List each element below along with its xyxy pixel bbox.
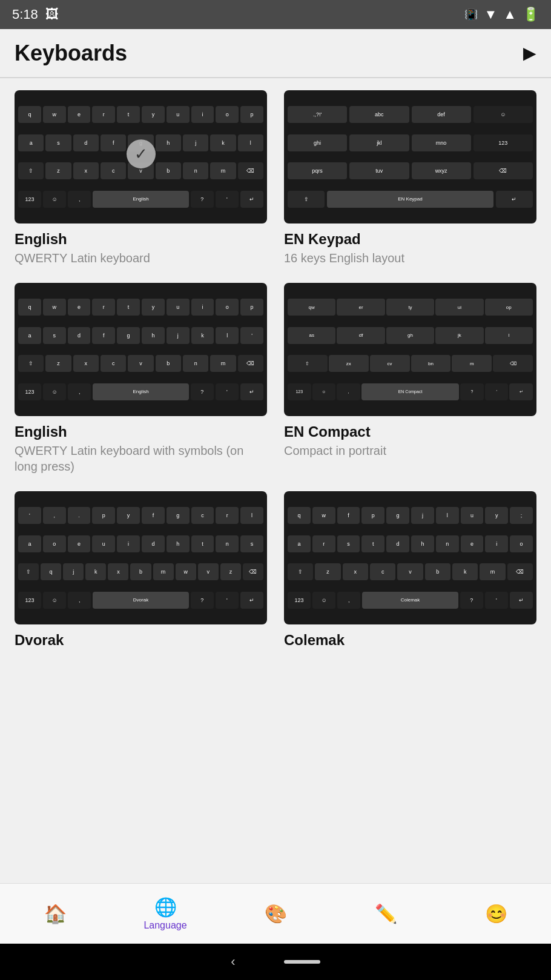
- keypad-ghi: ghi: [288, 134, 347, 151]
- keypad-def: def: [412, 106, 471, 123]
- keyboard-preview-english-symbols[interactable]: q w e r t y u i o p a s d f g h: [15, 283, 267, 416]
- key-p: p: [240, 106, 263, 123]
- keyboard-preview-dvorak[interactable]: ' , . p y f g c r l a o e u i d: [15, 491, 267, 624]
- key-h: h: [156, 134, 181, 151]
- key-f: f: [101, 134, 126, 151]
- page-title: Keyboards: [15, 41, 127, 66]
- keypad-space: EN Keypad: [327, 191, 493, 208]
- key-k: k: [210, 134, 236, 151]
- keypad-backspace: ⌫: [473, 162, 533, 179]
- nav-item-emoji[interactable]: 😊: [441, 903, 551, 924]
- gesture-icon: ✏️: [375, 903, 397, 924]
- keyboard-desc-english-symbols: QWERTY Latin keyboard with symbols (on l…: [15, 443, 267, 474]
- keyboard-name-english-symbols: English: [15, 423, 67, 440]
- key-o: o: [216, 106, 239, 123]
- key-enter: ↵: [240, 191, 263, 208]
- nav-item-gesture[interactable]: ✏️: [331, 903, 441, 924]
- vibrate-icon: 📳: [464, 8, 478, 21]
- key-i: i: [191, 106, 214, 123]
- keyboard-grid: ✓ q w e r t y u i o p a s d f: [15, 90, 536, 651]
- keypad-wxyz: wxyz: [412, 162, 471, 179]
- key-z: z: [45, 162, 71, 179]
- key-u: u: [167, 106, 190, 123]
- keyboard-preview-english-qwerty[interactable]: ✓ q w e r t y u i o p a s d f: [15, 90, 267, 223]
- keypad-emoji: ☺: [473, 106, 533, 123]
- keypad-punct: .,?!': [288, 106, 347, 123]
- keyboard-preview-en-keypad[interactable]: .,?!' abc def ☺ ghi jkl mno 123 pqrs tuv…: [284, 90, 536, 223]
- home-icon: 🏠: [44, 903, 67, 924]
- nav-item-language[interactable]: 🌐 Language: [110, 896, 220, 931]
- key-x: x: [73, 162, 99, 179]
- key-123: 123: [18, 191, 41, 208]
- nav-item-home[interactable]: 🏠: [0, 903, 110, 924]
- keyboard-name-en-compact: EN Compact: [284, 423, 371, 440]
- key-n: n: [183, 162, 208, 179]
- theme-icon: 🎨: [265, 903, 287, 924]
- key-s: s: [45, 134, 71, 151]
- system-nav: ‹: [0, 944, 551, 980]
- keyboard-name-dvorak: Dvorak: [15, 632, 64, 649]
- play-button[interactable]: ▶: [523, 43, 536, 63]
- key-e: e: [68, 106, 91, 123]
- key-r: r: [92, 106, 115, 123]
- keypad-123: 123: [473, 134, 533, 151]
- main-content: ✓ q w e r t y u i o p a s d f: [0, 78, 551, 883]
- keyboard-desc-en-compact: Compact in portrait: [284, 443, 386, 459]
- key-b: b: [156, 162, 181, 179]
- keypad-shift: ⇧: [288, 191, 325, 208]
- keyboard-desc-english-qwerty: QWERTY Latin keyboard: [15, 250, 150, 266]
- keyboard-card-colemak[interactable]: q w f p g j l u y ; a r s t d h: [284, 491, 536, 651]
- keypad-jkl: jkl: [349, 134, 409, 151]
- key-l: l: [238, 134, 263, 151]
- image-icon: 🖼: [45, 7, 59, 22]
- keyboard-card-english-symbols[interactable]: q w e r t y u i o p a s d f g h: [15, 283, 267, 474]
- language-icon: 🌐: [154, 896, 177, 918]
- language-label: Language: [144, 920, 186, 931]
- keyboard-card-en-compact[interactable]: qw er ty ui op as df gh jk l ⇧ zx cv: [284, 283, 536, 474]
- keyboard-card-dvorak[interactable]: ' , . p y f g c r l a o e u i d: [15, 491, 267, 651]
- key-comma: ,: [68, 191, 91, 208]
- keyboard-preview-colemak[interactable]: q w f p g j l u y ; a r s t d h: [284, 491, 536, 624]
- keypad-pqrs: pqrs: [288, 162, 347, 179]
- key-backspace: ⌫: [238, 162, 263, 179]
- key-y: y: [142, 106, 165, 123]
- key-question: ?: [191, 191, 214, 208]
- keyboard-card-english-qwerty[interactable]: ✓ q w e r t y u i o p a s d f: [15, 90, 267, 266]
- keypad-tuv: tuv: [349, 162, 409, 179]
- signal-icon: ▲: [503, 7, 516, 22]
- key-space: English: [93, 191, 188, 208]
- keyboard-name-english-qwerty: English: [15, 231, 67, 248]
- keyboard-name-en-keypad: EN Keypad: [284, 231, 361, 248]
- wifi-icon: ▼: [484, 7, 497, 22]
- status-bar: 5:18 🖼 📳 ▼ ▲ 🔋: [0, 0, 551, 29]
- keyboard-card-en-keypad[interactable]: .,?!' abc def ☺ ghi jkl mno 123 pqrs tuv…: [284, 90, 536, 266]
- status-bar-left: 5:18 🖼: [12, 7, 59, 22]
- home-indicator[interactable]: [284, 960, 320, 964]
- key-emoji: ☺: [43, 191, 66, 208]
- selected-checkmark: ✓: [127, 139, 156, 168]
- key-shift: ⇧: [18, 162, 44, 179]
- key-q: q: [18, 106, 41, 123]
- bottom-nav: 🏠 🌐 Language 🎨 ✏️ 😊: [0, 883, 551, 944]
- battery-icon: 🔋: [523, 7, 539, 22]
- back-button[interactable]: ‹: [231, 954, 235, 970]
- key-w: w: [43, 106, 66, 123]
- key-m: m: [210, 162, 236, 179]
- keypad-enter: ↵: [496, 191, 533, 208]
- key-j: j: [183, 134, 208, 151]
- nav-item-theme[interactable]: 🎨: [220, 903, 331, 924]
- keyboard-name-colemak: Colemak: [284, 632, 345, 649]
- key-d: d: [73, 134, 99, 151]
- app-header: Keyboards ▶: [0, 29, 551, 78]
- key-a: a: [18, 134, 44, 151]
- key-apostrophe: ': [216, 191, 239, 208]
- keyboard-desc-en-keypad: 16 keys English layout: [284, 250, 404, 266]
- keypad-mno: mno: [412, 134, 471, 151]
- keyboard-preview-en-compact[interactable]: qw er ty ui op as df gh jk l ⇧ zx cv: [284, 283, 536, 416]
- key-c: c: [101, 162, 126, 179]
- emoji-icon: 😊: [485, 903, 507, 924]
- keypad-abc: abc: [349, 106, 409, 123]
- status-bar-right: 📳 ▼ ▲ 🔋: [464, 7, 539, 22]
- status-time: 5:18: [12, 7, 38, 22]
- key-t: t: [117, 106, 140, 123]
